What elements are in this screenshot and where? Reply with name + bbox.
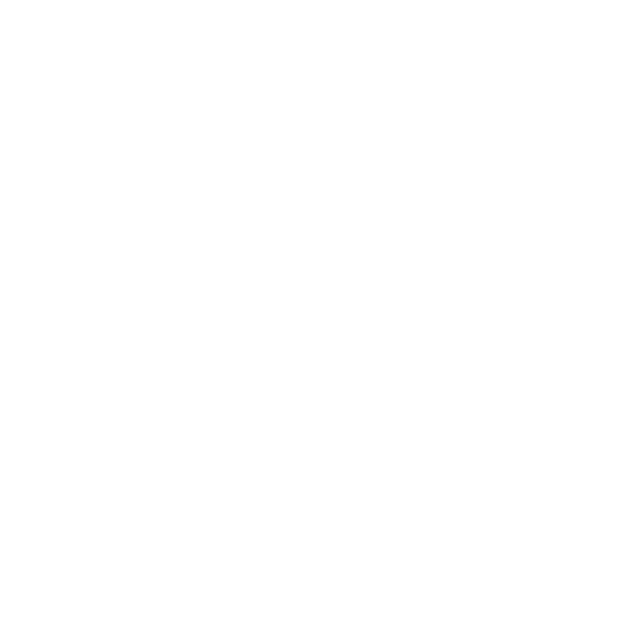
chart-canvas [0,0,644,644]
chart-stage [0,0,644,644]
